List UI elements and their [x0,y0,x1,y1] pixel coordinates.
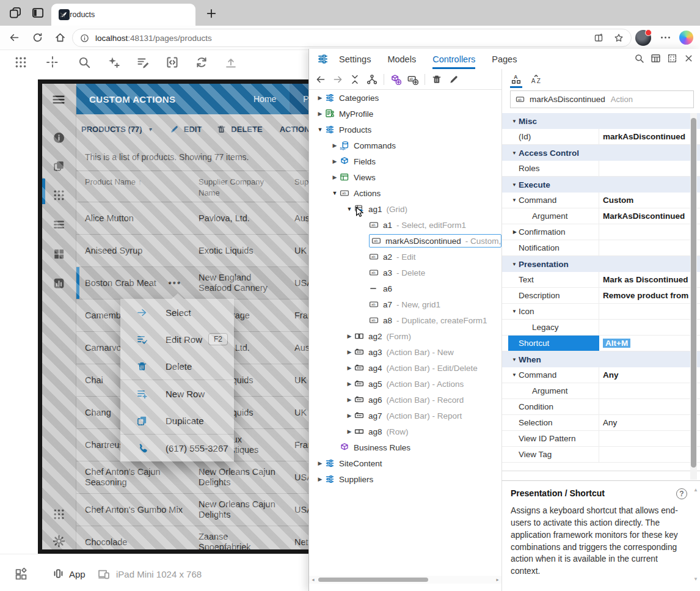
property-group-misc[interactable]: ▼Misc [502,113,700,129]
cube-icon[interactable] [340,156,349,166]
tree-item-views[interactable]: ▶Views [309,169,501,185]
menu-item-duplicate[interactable]: Duplicate [120,407,234,434]
menu-item--617-555-3267[interactable]: (617) 555-3267 [120,435,234,461]
actionbar-icon[interactable] [354,379,364,389]
scroll-thumb[interactable] [691,118,696,468]
tree-item-commands[interactable]: ▶SQLCommands [309,138,501,153]
ab-badge-icon[interactable]: ab [369,268,379,277]
chart-view-icon[interactable] [53,277,65,290]
property-value[interactable] [599,240,700,255]
cube-icon[interactable] [340,442,349,452]
property-row-confirmation[interactable]: ▶Confirmation [502,224,700,240]
chevron-open-icon[interactable]: ▼ [508,262,519,267]
products-dropdown[interactable]: PRODUCTS (77)▾ [81,125,152,134]
column-header[interactable]: Product Name ↑ [76,171,190,202]
publish-icon[interactable] [224,56,238,69]
ai-sparkle-icon[interactable] [107,56,120,69]
browser-tab[interactable]: Products [51,4,195,26]
copilot-icon[interactable] [679,31,693,45]
row-menu-icon[interactable]: ••• [169,278,185,288]
chevron-open-icon[interactable]: ▼ [508,367,519,383]
tree-item-ag2[interactable]: ▶ag2(Form) [309,328,501,344]
arrow-right-icon[interactable] [136,307,148,318]
site-info-icon[interactable] [80,34,89,43]
tab-controllers[interactable]: Controllers [432,49,475,69]
menu-item-new-row[interactable]: New Row [120,380,234,407]
tree-item-myprofile[interactable]: ▶MyProfile [309,106,501,122]
tiles-view-icon[interactable] [53,248,65,260]
chevron-closed-icon[interactable]: ▶ [330,174,340,180]
property-value[interactable]: MarkAsDiscontinued [599,208,700,224]
property-group-presentation[interactable]: ▼Presentation [502,256,700,272]
properties-scrollbar[interactable] [690,113,697,480]
collapse-all-icon[interactable] [349,74,360,85]
device-label[interactable]: iPad Mini 1024 x 768 [116,569,202,579]
chevron-closed-icon[interactable]: ▶ [315,476,325,482]
property-value[interactable] [599,161,700,176]
tree-item-a8[interactable]: aba8- Duplicate, createForm1 [309,312,501,328]
scroll-thumb[interactable] [318,578,428,582]
chevron-open-icon[interactable]: ▼ [508,193,519,208]
back-icon[interactable] [315,74,326,85]
categorize-icon[interactable]: A [510,72,522,88]
browser-menu-icon[interactable] [660,32,671,43]
close-icon[interactable] [684,53,694,64]
property-value[interactable]: markAsDiscontinued [599,129,700,144]
chevron-closed-icon[interactable]: ▶ [345,428,354,435]
list-view-icon[interactable] [53,218,65,231]
chevron-closed-icon[interactable]: ▶ [345,349,354,355]
profile-avatar[interactable] [635,30,651,46]
new-row-icon[interactable] [136,388,148,400]
sidebar-toggle-icon[interactable] [32,7,44,19]
new-tab-icon[interactable] [205,7,217,20]
app-mode-label[interactable]: App [69,569,86,579]
copy-icon[interactable] [53,160,65,172]
back-icon[interactable] [9,32,20,43]
property-value[interactable]: Alt+M [599,336,700,351]
chevron-open-icon[interactable]: ▼ [508,182,519,188]
move-icon[interactable] [46,56,59,69]
edit-row-icon[interactable] [136,334,148,345]
split-screen-icon[interactable] [594,33,603,43]
controller-icon[interactable] [325,458,335,468]
refresh-icon[interactable] [32,32,43,43]
selected-node-bar[interactable]: ab markAsDiscontinued Action [510,90,694,108]
chevron-closed-icon[interactable]: ▶ [345,381,354,387]
phone-icon[interactable] [136,442,148,454]
forward-icon[interactable] [332,74,343,85]
tree-item-a2[interactable]: aba2- Edit [309,249,501,265]
sort-az-icon[interactable]: AZ [530,72,542,88]
form-icon[interactable] [354,331,364,341]
ab-badge-icon[interactable]: ab [369,315,379,325]
tree-item-sitecontent[interactable]: ▶SiteContent [309,455,501,471]
tree-item-suppliers[interactable]: ▶Suppliers [309,471,501,487]
property-row-view-id-pattern[interactable]: View ID Pattern [502,431,700,447]
cube-add-icon[interactable] [390,74,401,85]
property-row-roles[interactable]: Roles [502,161,700,177]
property-value[interactable] [599,383,700,398]
property-row-notification[interactable]: Notification [502,240,700,256]
column-header[interactable]: Supplier Company Name [190,171,286,202]
property-row-description[interactable]: DescriptionRemove product from [502,288,700,304]
property-value[interactable] [599,304,700,319]
property-row-shortcut[interactable]: ShortcutAlt+M [502,336,700,351]
chevron-closed-icon[interactable]: ▶ [330,158,340,164]
tree-item-a1[interactable]: aba1- Select, editForm1 [309,217,501,233]
controller-icon[interactable] [325,125,335,134]
chevron-open-icon[interactable]: ▼ [508,150,519,156]
controller-icon[interactable] [325,474,335,484]
favorite-star-icon[interactable] [614,33,624,43]
address-bar[interactable]: localhost:48131/pages/products [72,29,632,47]
scroll-right-icon[interactable]: ▸ [494,577,501,582]
ab-badge-icon[interactable]: ab [369,220,379,230]
tree-item-products[interactable]: ▼Products [309,122,501,138]
chevron-closed-icon[interactable]: ▶ [315,460,325,466]
chevron-open-icon[interactable]: ▼ [508,304,519,319]
tree-item-a3[interactable]: aba3- Delete [309,265,501,281]
search-icon[interactable] [78,56,91,69]
tree-item-ag1[interactable]: ▼ag1(Grid) [309,201,501,217]
property-row-selection[interactable]: SelectionAny [502,415,700,431]
tree-horizontal-scrollbar[interactable]: ◂ ▸ [309,576,501,584]
action-add-icon[interactable]: ab [407,74,418,85]
ab-badge-icon[interactable]: ab [340,188,349,198]
